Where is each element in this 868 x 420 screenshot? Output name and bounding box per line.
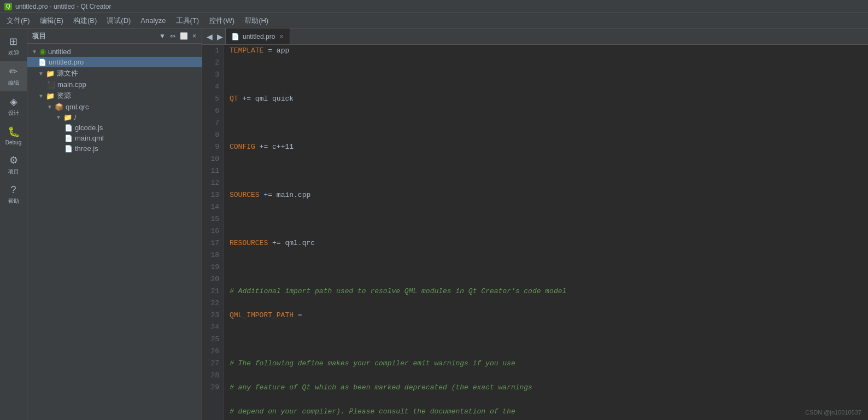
code-line-3: QT += qml quick bbox=[230, 93, 863, 105]
tree-label-glcode-js: glcode.js bbox=[75, 124, 103, 132]
code-line-15: # any feature of Qt which as been marked… bbox=[230, 382, 863, 394]
tree-item-untitled-pro[interactable]: 📄 untitled.pro bbox=[27, 57, 202, 67]
code-line-2 bbox=[230, 69, 863, 81]
link-btn[interactable]: ⇔ bbox=[169, 32, 177, 40]
project-panel-header: 项目 ▼ ⇔ ⬜ × bbox=[27, 28, 202, 44]
tree-item-resources[interactable]: ▼ 📁 资源 bbox=[27, 90, 202, 102]
code-line-9: RESOURCES += qml.qrc bbox=[230, 237, 863, 249]
editor-area: ◀ ▶ 📄 untitled.pro × 12345 678910 111213… bbox=[202, 28, 868, 420]
tree-label-resources: 资源 bbox=[57, 91, 71, 101]
window-title: untitled.pro - untitled - Qt Creator bbox=[15, 3, 111, 10]
sidebar-label-edit: 编辑 bbox=[8, 79, 19, 87]
tree-item-main-cpp[interactable]: ⬛ main.cpp bbox=[27, 79, 202, 90]
project-panel: 项目 ▼ ⇔ ⬜ × ▼ ◉ untitled 📄 untitled.pro bbox=[27, 28, 202, 420]
project-icon: ◉ bbox=[39, 47, 46, 56]
sidebar-item-projects[interactable]: ⚙ 项目 bbox=[0, 150, 27, 180]
sidebar-label-help: 帮助 bbox=[8, 197, 19, 205]
tree-label-main-qml: main.qml bbox=[75, 134, 104, 142]
code-line-13 bbox=[230, 334, 863, 346]
split-btn[interactable]: ⬜ bbox=[179, 32, 189, 40]
projects-icon: ⚙ bbox=[9, 154, 18, 166]
tree-arrow-qml-qrc: ▼ bbox=[47, 104, 52, 110]
code-content[interactable]: TEMPLATE = app QT += qml quick CONFIG +=… bbox=[224, 45, 868, 420]
sidebar-label-design: 设计 bbox=[8, 109, 19, 117]
debug-icon: 🐛 bbox=[8, 126, 20, 138]
code-line-6 bbox=[230, 165, 863, 177]
main-layout: ⊞ 欢迎 ✏ 编辑 ◈ 设计 🐛 Debug ⚙ 项目 ? 帮助 项目 ▼ bbox=[0, 28, 868, 420]
project-tree: ▼ ◉ untitled 📄 untitled.pro ▼ 📁 源文件 ⬛ ma… bbox=[27, 44, 202, 420]
code-editor[interactable]: 12345 678910 1112131415 1617181920 21222… bbox=[202, 45, 868, 420]
menu-item-帮助h[interactable]: 帮助(H) bbox=[240, 14, 273, 27]
filter-btn[interactable]: ▼ bbox=[158, 32, 167, 40]
menu-item-文件f[interactable]: 文件(F) bbox=[2, 14, 34, 27]
code-line-14: # The following define makes your compil… bbox=[230, 358, 863, 370]
tree-item-untitled[interactable]: ▼ ◉ untitled bbox=[27, 46, 202, 57]
project-header-controls: ▼ ⇔ ⬜ × bbox=[158, 32, 197, 40]
menu-item-构建b[interactable]: 构建(B) bbox=[69, 14, 101, 27]
menu-item-工具t[interactable]: 工具(T) bbox=[172, 14, 204, 27]
tree-arrow-slash: ▼ bbox=[56, 114, 61, 120]
close-panel-btn[interactable]: × bbox=[191, 32, 197, 40]
slash-folder-icon: 📁 bbox=[63, 113, 72, 121]
tab-close-btn[interactable]: × bbox=[278, 33, 284, 40]
tree-label-main-cpp: main.cpp bbox=[57, 80, 86, 89]
sidebar-item-design[interactable]: ◈ 设计 bbox=[0, 91, 27, 121]
tree-item-sources[interactable]: ▼ 📁 源文件 bbox=[27, 67, 202, 79]
folder-icon-sources: 📁 bbox=[46, 69, 55, 78]
tree-arrow-resources: ▼ bbox=[38, 93, 44, 99]
tab-file-icon: 📄 bbox=[231, 33, 239, 40]
app-icon: Q bbox=[4, 3, 12, 10]
js-file-icon-glcode: 📄 bbox=[64, 124, 73, 132]
tab-bar: ◀ ▶ 📄 untitled.pro × bbox=[202, 28, 868, 45]
tree-label-three-js: three.js bbox=[75, 144, 98, 153]
qrc-file-icon: 📦 bbox=[55, 103, 63, 111]
tree-label-untitled-pro: untitled.pro bbox=[49, 58, 84, 66]
cpp-file-icon: ⬛ bbox=[47, 81, 55, 89]
watermark: CSDN @jn10010537 bbox=[805, 409, 861, 416]
qml-file-icon: 📄 bbox=[64, 135, 73, 142]
tab-back-btn[interactable]: ◀ bbox=[204, 32, 215, 41]
welcome-icon: ⊞ bbox=[9, 36, 17, 48]
code-line-16: # depend on your compiler). Please consu… bbox=[230, 406, 863, 418]
menu-item-analyze[interactable]: Analyze bbox=[136, 15, 170, 26]
tab-untitled-pro[interactable]: 📄 untitled.pro × bbox=[225, 28, 290, 44]
pro-file-icon: 📄 bbox=[38, 59, 46, 66]
menu-item-调试d[interactable]: 调试(D) bbox=[102, 14, 135, 27]
sidebar-item-edit[interactable]: ✏ 编辑 bbox=[0, 61, 27, 91]
tree-arrow: ▼ bbox=[32, 49, 37, 55]
sidebar-label-debug: Debug bbox=[5, 139, 21, 145]
menu-item-编辑e[interactable]: 编辑(E) bbox=[36, 14, 68, 27]
sidebar-item-help[interactable]: ? 帮助 bbox=[0, 180, 27, 209]
code-line-4 bbox=[230, 117, 863, 129]
code-line-10 bbox=[230, 261, 863, 273]
tree-arrow-sources: ▼ bbox=[38, 71, 44, 77]
title-bar: Q untitled.pro - untitled - Qt Creator bbox=[0, 0, 868, 13]
menu-item-控件w[interactable]: 控件(W) bbox=[204, 14, 239, 27]
menu-bar: 文件(F)编辑(E)构建(B)调试(D)Analyze工具(T)控件(W)帮助(… bbox=[0, 13, 868, 28]
tree-label-qml-qrc: qml.qrc bbox=[66, 103, 89, 111]
code-line-12: QML_IMPORT_PATH = bbox=[230, 310, 863, 322]
code-line-8 bbox=[230, 213, 863, 225]
tree-label-untitled: untitled bbox=[48, 48, 71, 56]
edit-icon: ✏ bbox=[9, 66, 17, 78]
line-numbers: 12345 678910 1112131415 1617181920 21222… bbox=[202, 45, 224, 420]
design-icon: ◈ bbox=[10, 96, 17, 108]
tree-label-sources: 源文件 bbox=[57, 68, 78, 78]
help-icon: ? bbox=[10, 184, 16, 196]
code-line-7: SOURCES += main.cpp bbox=[230, 189, 863, 201]
sidebar-item-debug[interactable]: 🐛 Debug bbox=[0, 121, 27, 150]
sidebar-icons: ⊞ 欢迎 ✏ 编辑 ◈ 设计 🐛 Debug ⚙ 项目 ? 帮助 bbox=[0, 28, 27, 420]
sidebar-label-projects: 项目 bbox=[8, 168, 19, 176]
tab-forward-btn[interactable]: ▶ bbox=[215, 32, 225, 41]
folder-icon-resources: 📁 bbox=[46, 92, 55, 100]
tab-label: untitled.pro bbox=[243, 33, 275, 40]
tree-item-three-js[interactable]: 📄 three.js bbox=[27, 143, 202, 154]
code-line-5: CONFIG += c++11 bbox=[230, 141, 863, 153]
tree-item-qml-qrc[interactable]: ▼ 📦 qml.qrc bbox=[27, 102, 202, 112]
sidebar-item-welcome[interactable]: ⊞ 欢迎 bbox=[0, 31, 27, 61]
sidebar-label-welcome: 欢迎 bbox=[8, 49, 19, 57]
tree-item-main-qml[interactable]: 📄 main.qml bbox=[27, 133, 202, 143]
tree-item-glcode-js[interactable]: 📄 glcode.js bbox=[27, 122, 202, 133]
js-file-icon-three: 📄 bbox=[64, 145, 73, 153]
tree-item-slash[interactable]: ▼ 📁 / bbox=[27, 112, 202, 122]
